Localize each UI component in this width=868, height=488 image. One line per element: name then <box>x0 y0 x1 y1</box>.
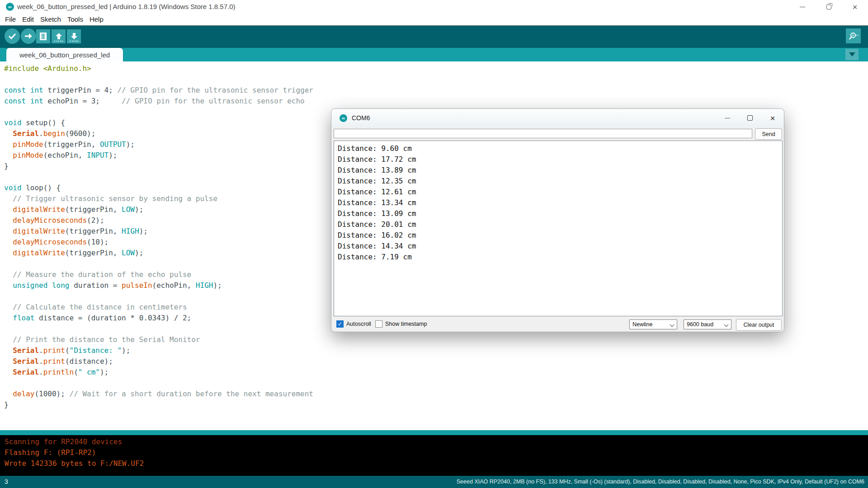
arrow-up-icon <box>55 33 62 40</box>
autoscroll-checkbox[interactable]: ✓ <box>336 320 344 328</box>
serial-close-button[interactable]: × <box>761 109 784 127</box>
magnifier-icon <box>849 32 859 40</box>
menu-help[interactable]: Help <box>86 15 107 23</box>
close-icon: × <box>852 3 857 11</box>
line-ending-value: Newline <box>632 321 652 328</box>
show-timestamp-checkbox[interactable] <box>375 320 382 328</box>
serial-output-line: Distance: 13.89 cm <box>338 165 778 176</box>
serial-monitor-title: COM6 <box>352 114 716 122</box>
tab-label: week_06_button_pressed_led <box>19 51 110 59</box>
chevron-down-icon <box>670 323 675 327</box>
code-line <box>4 378 868 389</box>
code-line: } <box>4 399 868 410</box>
code-line: delay(1000); // Wait for a short duratio… <box>4 389 868 399</box>
status-bar: 3 Seeed XIAO RP2040, 2MB (no FS), 133 MH… <box>0 476 868 488</box>
arrow-down-icon <box>71 33 78 40</box>
send-button-label: Send <box>762 131 775 137</box>
main-titlebar: ∞ week_06_button_pressed_led | Arduino 1… <box>0 0 868 14</box>
serial-send-input[interactable] <box>334 129 752 138</box>
arrow-right-icon <box>24 33 33 39</box>
menu-tools[interactable]: Tools <box>64 15 86 23</box>
autoscroll-label: Autoscroll <box>346 320 371 328</box>
serial-maximize-button[interactable] <box>739 109 761 127</box>
menu-file[interactable]: File <box>2 15 19 23</box>
minimize-button[interactable] <box>789 0 816 14</box>
window-title: week_06_button_pressed_led | Arduino 1.8… <box>17 0 236 14</box>
serial-output-line: Distance: 9.60 cm <box>338 143 778 154</box>
toolbar <box>0 26 868 48</box>
serial-output-line: Distance: 13.34 cm <box>338 197 778 208</box>
serial-output-line: Distance: 17.72 cm <box>338 154 778 165</box>
restore-icon <box>826 5 831 9</box>
code-line: Serial.print(distance); <box>4 356 868 367</box>
serial-monitor-titlebar[interactable]: ∞ COM6 × <box>331 109 784 127</box>
arduino-logo-icon: ∞ <box>6 3 14 11</box>
code-line: const int triggerPin = 4; // GPIO pin fo… <box>4 85 868 96</box>
serial-output-line: Distance: 12.35 cm <box>338 176 778 187</box>
cursor-line-number: 3 <box>5 476 8 488</box>
restore-button[interactable] <box>816 0 842 14</box>
code-line: Serial.print("Distance: "); <box>4 345 868 356</box>
baud-rate-select[interactable]: 9600 baud <box>684 319 731 329</box>
close-icon: × <box>770 114 775 122</box>
tab-sketch[interactable]: week_06_button_pressed_led <box>6 48 123 61</box>
clear-output-button[interactable]: Clear output <box>736 319 782 331</box>
document-icon <box>39 32 47 41</box>
menu-bar: File Edit Sketch Tools Help <box>0 14 868 25</box>
serial-monitor-window: ∞ COM6 × Send Distance: 9.60 cmDistance:… <box>331 108 784 332</box>
open-sketch-button[interactable] <box>52 29 66 43</box>
show-timestamp-label: Show timestamp <box>385 320 427 328</box>
console-output: Scanning for RP2040 devicesFlashing F: (… <box>0 435 868 476</box>
serial-output-line: Distance: 14.34 cm <box>338 241 778 252</box>
editor-console-divider[interactable] <box>0 430 868 435</box>
new-sketch-button[interactable] <box>36 29 50 43</box>
serial-output-line: Distance: 16.02 cm <box>338 230 778 241</box>
code-line: const int echoPin = 3; // GPIO pin for t… <box>4 96 868 107</box>
serial-output-line: Distance: 20.01 cm <box>338 219 778 230</box>
serial-output-line: Distance: 7.19 cm <box>338 252 778 263</box>
maximize-icon <box>747 115 753 121</box>
clear-output-label: Clear output <box>743 322 774 328</box>
line-ending-select[interactable]: Newline <box>629 319 677 329</box>
verify-button[interactable] <box>5 28 20 44</box>
serial-monitor-controls: ✓ Autoscroll Show timestamp Newline 9600… <box>331 318 785 332</box>
close-button[interactable]: × <box>842 0 868 14</box>
dotted-line <box>54 41 63 42</box>
code-line <box>4 74 868 85</box>
tab-dropdown-button[interactable] <box>845 49 859 60</box>
console-line: Wrote 142336 bytes to F:/NEW.UF2 <box>5 458 868 469</box>
tab-bar: week_06_button_pressed_led <box>0 48 868 61</box>
code-line: #include <Arduino.h> <box>4 63 868 74</box>
arduino-logo-icon: ∞ <box>340 114 347 122</box>
check-icon <box>8 33 16 39</box>
baud-rate-value: 9600 baud <box>687 321 713 328</box>
minimize-icon <box>725 118 730 118</box>
serial-output-line: Distance: 12.61 cm <box>338 187 778 197</box>
serial-minimize-button[interactable] <box>716 109 739 127</box>
chevron-down-icon <box>724 323 729 327</box>
dotted-line <box>70 41 78 42</box>
menu-edit[interactable]: Edit <box>19 15 37 23</box>
upload-button[interactable] <box>21 28 36 44</box>
serial-output-area[interactable]: Distance: 9.60 cmDistance: 17.72 cmDista… <box>334 141 783 316</box>
menu-sketch[interactable]: Sketch <box>37 15 64 23</box>
code-line: Serial.println(" cm"); <box>4 367 868 378</box>
chevron-down-icon <box>849 52 855 56</box>
send-button[interactable]: Send <box>755 128 782 140</box>
board-info: Seeed XIAO RP2040, 2MB (no FS), 133 MHz,… <box>457 476 864 488</box>
minimize-icon <box>800 7 805 7</box>
save-sketch-button[interactable] <box>67 29 81 43</box>
serial-monitor-button[interactable] <box>846 28 861 43</box>
console-line: Scanning for RP2040 devices <box>5 436 868 447</box>
code-line: // Print the distance to the Serial Moni… <box>4 334 868 345</box>
console-line: Flashing F: (RPI-RP2) <box>5 447 868 458</box>
serial-output-line: Distance: 13.09 cm <box>338 208 778 219</box>
